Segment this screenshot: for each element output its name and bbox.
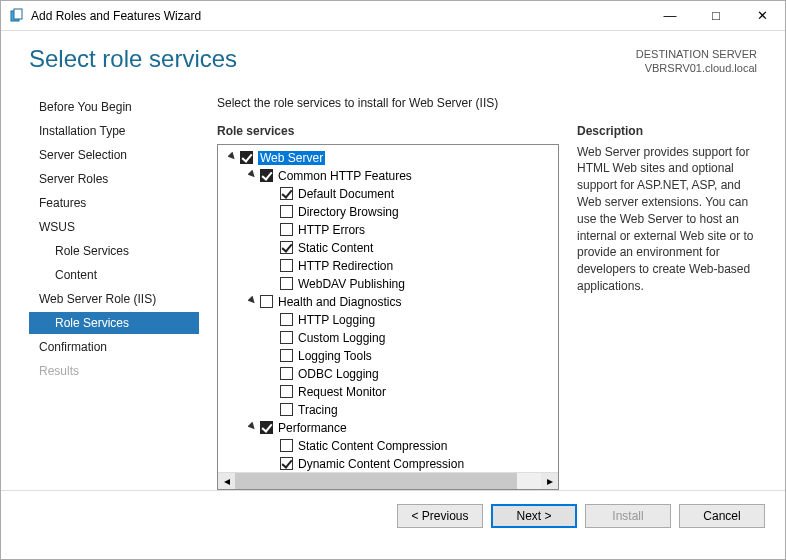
checkbox[interactable]	[280, 241, 293, 254]
scroll-left-icon[interactable]: ◂	[218, 473, 235, 489]
svg-rect-1	[14, 9, 22, 19]
expander-icon[interactable]	[246, 422, 258, 433]
tree-node-label[interactable]: WebDAV Publishing	[298, 277, 405, 291]
tree-node-label[interactable]: Default Document	[298, 187, 394, 201]
tree-node[interactable]: HTTP Errors	[220, 221, 556, 239]
expander-icon[interactable]	[246, 296, 258, 307]
tree-node-label[interactable]: Dynamic Content Compression	[298, 457, 464, 471]
maximize-button[interactable]: □	[693, 1, 739, 31]
tree-node[interactable]: Performance	[220, 419, 556, 437]
checkbox[interactable]	[280, 331, 293, 344]
tree-node-label[interactable]: Performance	[278, 421, 347, 435]
expander-icon[interactable]	[246, 170, 258, 181]
tree-node-label[interactable]: Static Content Compression	[298, 439, 447, 453]
checkbox[interactable]	[280, 313, 293, 326]
minimize-button[interactable]: —	[647, 1, 693, 31]
tree-node-label[interactable]: Web Server	[258, 151, 325, 165]
tree-node-label[interactable]: ODBC Logging	[298, 367, 379, 381]
tree-node-label[interactable]: HTTP Redirection	[298, 259, 393, 273]
checkbox[interactable]	[260, 421, 273, 434]
tree-node-label[interactable]: Directory Browsing	[298, 205, 399, 219]
tree-node[interactable]: HTTP Logging	[220, 311, 556, 329]
nav-item[interactable]: Features	[29, 192, 199, 214]
checkbox[interactable]	[260, 169, 273, 182]
tree-node[interactable]: WebDAV Publishing	[220, 275, 556, 293]
tree-node-label[interactable]: HTTP Logging	[298, 313, 375, 327]
tree-node-label[interactable]: Logging Tools	[298, 349, 372, 363]
checkbox[interactable]	[280, 223, 293, 236]
checkbox[interactable]	[280, 259, 293, 272]
tree-node-label[interactable]: Tracing	[298, 403, 338, 417]
tree-node-label[interactable]: Request Monitor	[298, 385, 386, 399]
titlebar: Add Roles and Features Wizard — □ ✕	[1, 1, 785, 31]
tree-node-label[interactable]: Static Content	[298, 241, 373, 255]
header: Select role services DESTINATION SERVER …	[1, 31, 785, 82]
expander-icon[interactable]	[226, 152, 238, 163]
checkbox[interactable]	[280, 187, 293, 200]
tree-scroll[interactable]: Web ServerCommon HTTP FeaturesDefault Do…	[218, 145, 558, 472]
tree-node[interactable]: Directory Browsing	[220, 203, 556, 221]
install-button[interactable]: Install	[585, 504, 671, 528]
next-button[interactable]: Next >	[491, 504, 577, 528]
instruction-text: Select the role services to install for …	[217, 96, 757, 110]
cancel-button[interactable]: Cancel	[679, 504, 765, 528]
nav-item[interactable]: Content	[29, 264, 199, 286]
nav-item[interactable]: Before You Begin	[29, 96, 199, 118]
footer: < Previous Next > Install Cancel	[1, 490, 785, 542]
checkbox[interactable]	[260, 295, 273, 308]
description-label: Description	[577, 124, 757, 138]
previous-button[interactable]: < Previous	[397, 504, 483, 528]
tree-node[interactable]: Health and Diagnostics	[220, 293, 556, 311]
tree-label: Role services	[217, 124, 559, 138]
nav-item[interactable]: Server Selection	[29, 144, 199, 166]
tree-node[interactable]: Logging Tools	[220, 347, 556, 365]
nav-item[interactable]: Web Server Role (IIS)	[29, 288, 199, 310]
checkbox[interactable]	[280, 205, 293, 218]
tree-node[interactable]: Dynamic Content Compression	[220, 455, 556, 472]
role-services-tree: Web ServerCommon HTTP FeaturesDefault Do…	[217, 144, 559, 490]
dest-label: DESTINATION SERVER	[636, 47, 757, 61]
destination-server: DESTINATION SERVER VBRSRV01.cloud.local	[636, 47, 757, 76]
tree-node[interactable]: Tracing	[220, 401, 556, 419]
close-button[interactable]: ✕	[739, 1, 785, 31]
checkbox[interactable]	[240, 151, 253, 164]
checkbox[interactable]	[280, 457, 293, 470]
tree-node[interactable]: Request Monitor	[220, 383, 556, 401]
window-title: Add Roles and Features Wizard	[31, 9, 201, 23]
tree-node[interactable]: Custom Logging	[220, 329, 556, 347]
nav-item[interactable]: Role Services	[29, 240, 199, 262]
description-text: Web Server provides support for HTML Web…	[577, 144, 757, 295]
tree-node-label[interactable]: HTTP Errors	[298, 223, 365, 237]
horizontal-scrollbar[interactable]: ◂ ▸	[218, 472, 558, 489]
nav-item: Results	[29, 360, 199, 382]
nav-item[interactable]: WSUS	[29, 216, 199, 238]
tree-node[interactable]: Web Server	[220, 149, 556, 167]
checkbox[interactable]	[280, 385, 293, 398]
nav-item[interactable]: Installation Type	[29, 120, 199, 142]
nav-item[interactable]: Confirmation	[29, 336, 199, 358]
checkbox[interactable]	[280, 439, 293, 452]
tree-node-label[interactable]: Custom Logging	[298, 331, 385, 345]
tree-node[interactable]: Default Document	[220, 185, 556, 203]
wizard-nav: Before You BeginInstallation TypeServer …	[29, 92, 199, 490]
checkbox[interactable]	[280, 403, 293, 416]
page-title: Select role services	[29, 45, 237, 73]
tree-node-label[interactable]: Health and Diagnostics	[278, 295, 401, 309]
app-icon	[9, 8, 25, 24]
tree-node[interactable]: Common HTTP Features	[220, 167, 556, 185]
scroll-right-icon[interactable]: ▸	[541, 473, 558, 489]
tree-node[interactable]: HTTP Redirection	[220, 257, 556, 275]
nav-item[interactable]: Role Services	[29, 312, 199, 334]
tree-node[interactable]: Static Content Compression	[220, 437, 556, 455]
tree-node[interactable]: Static Content	[220, 239, 556, 257]
nav-item[interactable]: Server Roles	[29, 168, 199, 190]
dest-value: VBRSRV01.cloud.local	[636, 61, 757, 75]
tree-node[interactable]: ODBC Logging	[220, 365, 556, 383]
tree-node-label[interactable]: Common HTTP Features	[278, 169, 412, 183]
checkbox[interactable]	[280, 277, 293, 290]
checkbox[interactable]	[280, 349, 293, 362]
checkbox[interactable]	[280, 367, 293, 380]
